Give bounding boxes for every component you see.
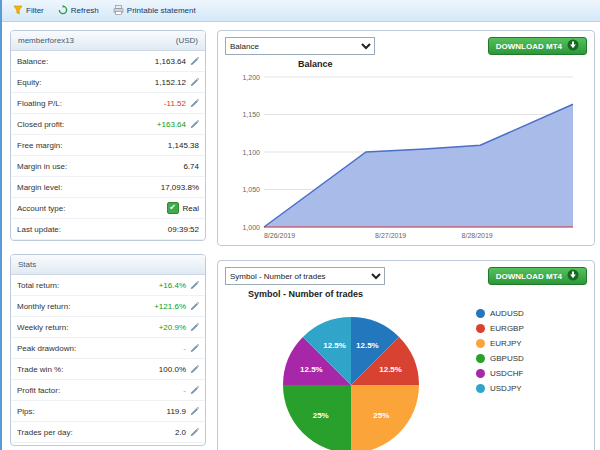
row-value: Real [183, 204, 199, 213]
edit-icon[interactable] [190, 386, 199, 395]
row-value: 09:39:52 [168, 225, 199, 234]
data-row: Free margin: ✔ 1,145.38 [11, 135, 205, 156]
row-label: Closed profit: [17, 120, 157, 129]
refresh-icon [58, 5, 68, 17]
row-label: Free margin: [17, 141, 168, 150]
filter-label: Filter [26, 6, 44, 15]
download-mt4-button[interactable]: DOWNLOAD MT4 [488, 37, 587, 55]
row-label: Peak drawdown: [17, 344, 183, 353]
edit-icon[interactable] [190, 120, 199, 129]
account-panel-header: memberforex13 (USD) [11, 31, 205, 51]
data-row: Total return: ✔ +16.4% [11, 275, 205, 296]
data-row: Equity: ✔ 1,152.12 [11, 72, 205, 93]
row-value: 17,093.8% [161, 183, 199, 192]
data-row: Weekly return: ✔ +20.9% [11, 317, 205, 338]
edit-icon[interactable] [190, 365, 199, 374]
balance-chart-controls: Balance DOWNLOAD MT4 [218, 31, 594, 58]
legend-color-dot [476, 354, 485, 363]
row-value: +121.6% [154, 302, 186, 311]
stats-panel: Stats Total return: ✔ +16.4% Monthly ret… [10, 254, 206, 446]
edit-icon[interactable] [190, 407, 199, 416]
data-row: Last update: ✔ 09:39:52 [11, 219, 205, 240]
pie-legend: AUDUSDEURGBPEURJPYGBPUSDUSDCHFUSDJPY [476, 299, 586, 450]
data-row: Peak drawdown: ✔ - [11, 338, 205, 359]
legend-item: USDJPY [476, 384, 586, 393]
data-row: Margin level: ✔ 17,093.8% [11, 177, 205, 198]
legend-item: EURJPY [476, 339, 586, 348]
row-value: - [183, 386, 186, 395]
data-row: Closed profit: ✔ +163.64 [11, 114, 205, 135]
row-value: 2.0 [175, 428, 186, 437]
legend-label: EURGBP [490, 324, 524, 333]
edit-icon[interactable] [190, 428, 199, 437]
legend-color-dot [476, 384, 485, 393]
legend-item: USDCHF [476, 369, 586, 378]
data-row: Trade win %: ✔ 100.0% [11, 359, 205, 380]
edit-icon[interactable] [190, 99, 199, 108]
filter-icon [13, 5, 23, 17]
filter-button[interactable]: Filter [8, 5, 49, 17]
row-value: 100.0% [159, 365, 186, 374]
row-value: +163.64 [157, 120, 186, 129]
balance-chart-type-select[interactable]: Balance [225, 37, 375, 55]
edit-icon[interactable] [190, 57, 199, 66]
download-mt4-label: DOWNLOAD MT4 [496, 42, 562, 51]
svg-text:12.5%: 12.5% [356, 341, 379, 350]
legend-item: AUDUSD [476, 309, 586, 318]
legend-item: EURGBP [476, 324, 586, 333]
edit-icon[interactable] [190, 323, 199, 332]
printer-icon [113, 5, 124, 17]
row-label: Trades per day: [17, 428, 175, 437]
legend-label: AUDUSD [490, 309, 524, 318]
svg-text:1,100: 1,100 [242, 149, 260, 156]
row-label: Pips: [17, 407, 167, 416]
legend-label: GBPUSD [490, 354, 524, 363]
legend-label: EURJPY [490, 339, 522, 348]
account-currency: (USD) [176, 36, 198, 45]
stats-title: Stats [18, 260, 36, 269]
account-panel: memberforex13 (USD) Balance: ✔ 1,163.64 … [10, 30, 206, 241]
download-arrow-icon [567, 269, 579, 283]
row-value: - [183, 344, 186, 353]
refresh-label: Refresh [71, 6, 99, 15]
download-arrow-icon [567, 39, 579, 53]
stats-rows: Total return: ✔ +16.4% Monthly return: ✔… [11, 275, 205, 443]
download-mt4-label-2: DOWNLOAD MT4 [496, 272, 562, 281]
symbol-pie-chart: 12.5%12.5%25%25%12.5%12.5% [261, 299, 441, 450]
svg-text:1,150: 1,150 [242, 111, 260, 118]
edit-icon[interactable] [190, 344, 199, 353]
edit-icon[interactable] [190, 281, 199, 290]
account-dashboard: Filter Refresh Printable statement membe… [0, 0, 600, 450]
svg-text:1,050: 1,050 [242, 186, 260, 193]
legend-color-dot [476, 369, 485, 378]
data-row: Pips: ✔ 119.9 [11, 401, 205, 422]
edit-icon[interactable] [190, 302, 199, 311]
pie-chart-area: 12.5%12.5%25%25%12.5%12.5% AUDUSDEURGBPE… [218, 299, 594, 450]
real-checkbox-icon: ✔ [167, 202, 179, 214]
data-row: Monthly return: ✔ +121.6% [11, 296, 205, 317]
edit-icon[interactable] [190, 78, 199, 87]
svg-text:12.5%: 12.5% [379, 365, 402, 374]
symbol-chart-title: Symbol - Number of trades [248, 289, 594, 299]
svg-text:1,200: 1,200 [242, 74, 260, 81]
row-label: Floating P/L: [17, 99, 164, 108]
printable-statement-button[interactable]: Printable statement [108, 5, 201, 17]
row-value: 119.9 [167, 407, 186, 416]
row-label: Last update: [17, 225, 168, 234]
row-label: Weekly return: [17, 323, 159, 332]
row-label: Equity: [17, 78, 155, 87]
svg-text:25%: 25% [313, 411, 329, 420]
stats-panel-header: Stats [11, 255, 205, 275]
account-name: memberforex13 [18, 36, 74, 45]
legend-label: USDCHF [490, 369, 523, 378]
row-label: Account type: [17, 204, 167, 213]
refresh-button[interactable]: Refresh [53, 5, 104, 17]
svg-text:8/27/2019: 8/27/2019 [375, 232, 406, 239]
row-value: -11.52 [164, 99, 186, 108]
symbol-chart-panel: Symbol - Number of trades DOWNLOAD MT4 S… [217, 260, 595, 450]
svg-text:8/28/2019: 8/28/2019 [462, 232, 493, 239]
legend-color-dot [476, 324, 485, 333]
download-mt4-button-2[interactable]: DOWNLOAD MT4 [488, 267, 587, 285]
row-label: Balance: [17, 57, 155, 66]
symbol-chart-type-select[interactable]: Symbol - Number of trades [225, 267, 385, 285]
